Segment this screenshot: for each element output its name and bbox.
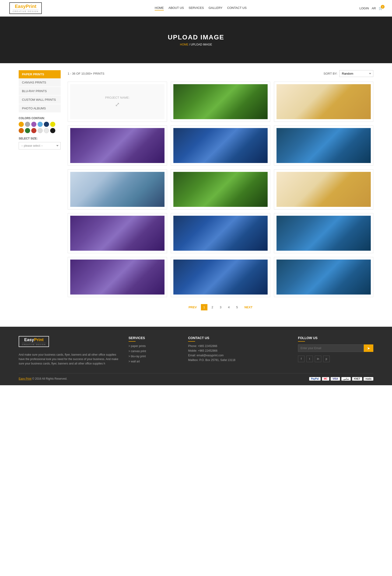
footer-phone: Phone: +965 22452866 xyxy=(188,345,289,348)
social-twitter[interactable]: t xyxy=(306,356,313,362)
sidebar-item-bluray-prints[interactable]: BLU-RAY PRINTS xyxy=(19,87,61,95)
page-2-button[interactable]: 2 xyxy=(209,304,216,310)
grid-item-7[interactable] xyxy=(171,169,270,209)
payment-paypal: PayPal xyxy=(309,377,321,381)
nav-about[interactable]: ABOUT US xyxy=(168,6,184,10)
grid-item-5[interactable] xyxy=(274,125,373,166)
color-black[interactable] xyxy=(50,128,55,133)
grid-item-13[interactable] xyxy=(171,257,270,297)
grid-item-14[interactable] xyxy=(274,257,373,297)
page-1-button[interactable]: 1 xyxy=(201,304,207,310)
footer-service-wall-link[interactable]: wall art xyxy=(131,360,140,363)
sidebar-item-paper-prints[interactable]: PAPER PRINTS xyxy=(19,70,61,78)
newsletter-input[interactable] xyxy=(298,345,364,352)
sidebar-item-photo-albums[interactable]: PHOTO ALBUMS xyxy=(19,104,61,113)
colors-section: COLORS CONTAIN: xyxy=(19,116,61,133)
color-dark-blue[interactable] xyxy=(44,122,49,127)
footer-service-canvas-link[interactable]: canvas print xyxy=(131,349,146,353)
footer-services-title: SERVICES xyxy=(129,336,179,342)
breadcrumb: HOME / UPLOAD IMAGE xyxy=(180,43,212,46)
grid-item-6[interactable] xyxy=(68,169,167,209)
cart-badge: 0 xyxy=(381,5,385,9)
content-area: 1 - 36 OF 10,000+ PRINTS SORT BY: Random… xyxy=(68,70,373,310)
footer-contact-title: CONTACT US xyxy=(188,336,289,342)
main-nav: HOME ABOUT US SERVICES GALLERY CONTACT U… xyxy=(155,6,247,10)
main-content: PAPER PRINTS CANVAS PRINTS BLU-RAY PRINT… xyxy=(0,63,392,317)
prints-count: 1 - 36 OF 10,000+ PRINTS xyxy=(68,72,104,75)
next-button[interactable]: NEXT xyxy=(242,304,255,310)
newsletter: ➤ xyxy=(298,345,373,352)
size-select[interactable]: -- please select -- Small Medium Large E… xyxy=(19,142,61,149)
print-image-van3 xyxy=(70,259,164,294)
footer-email: Email: email@easyprint.com xyxy=(188,354,289,357)
breadcrumb-sep: / xyxy=(189,43,190,46)
newsletter-submit[interactable]: ➤ xyxy=(364,345,373,352)
logo[interactable]: EasyPrint CREATIVE DESIGN xyxy=(9,2,42,14)
footer-follow-title: FOLLOW US xyxy=(298,336,373,342)
project-name-label: PROJECT NAME: xyxy=(105,96,129,99)
footer-service-bluray-link[interactable]: blu-ray print xyxy=(131,355,146,358)
color-very-light-gray[interactable] xyxy=(44,128,49,133)
nav-home[interactable]: HOME xyxy=(155,6,164,10)
grid-item-1[interactable] xyxy=(171,82,270,122)
grid-item-9[interactable] xyxy=(68,213,167,253)
payment-visa: VISA xyxy=(331,377,340,381)
print-image-cloud1 xyxy=(70,172,164,207)
header: EasyPrint CREATIVE DESIGN HOME ABOUT US … xyxy=(0,0,392,17)
social-instagram[interactable]: in xyxy=(315,356,321,362)
hero-section: UPLOAD IMAGE HOME / UPLOAD IMAGE xyxy=(0,17,392,63)
grid-item-8[interactable] xyxy=(274,169,373,209)
color-red[interactable] xyxy=(31,128,36,133)
payment-sami: سامي xyxy=(341,377,351,381)
header-right: LOGIN AR 🛒 0 xyxy=(359,6,383,10)
social-pinterest[interactable]: p xyxy=(323,356,330,362)
footer: EasyPrint CREATIVE DESIGN And make sure … xyxy=(0,327,392,385)
print-image-van2 xyxy=(70,216,164,251)
grid-item-4[interactable] xyxy=(171,125,270,166)
print-image-books2 xyxy=(276,216,371,251)
prints-grid: PROJECT NAME: ⤢ xyxy=(68,82,373,297)
nav-gallery[interactable]: GALLERY xyxy=(209,6,223,10)
nav-contact[interactable]: CONTACT US xyxy=(227,6,247,10)
color-light-blue[interactable] xyxy=(38,122,43,127)
breadcrumb-current: UPLOAD IMAGE xyxy=(191,43,212,46)
sort-label: SORT BY: xyxy=(324,72,338,75)
grid-item-2[interactable] xyxy=(274,82,373,122)
grid-item-3[interactable] xyxy=(68,125,167,166)
footer-copy-link[interactable]: Easy Print xyxy=(19,377,31,380)
ar-link[interactable]: AR xyxy=(372,6,376,10)
color-silver[interactable] xyxy=(38,128,43,133)
print-image-whale3 xyxy=(173,259,268,294)
color-gray[interactable] xyxy=(25,122,30,127)
upload-placeholder: PROJECT NAME: ⤢ xyxy=(70,84,164,119)
grid-item-11[interactable] xyxy=(274,213,373,253)
grid-item-12[interactable] xyxy=(68,257,167,297)
breadcrumb-home[interactable]: HOME xyxy=(180,43,188,46)
footer-services-list: paper prints canvas print blu-ray print … xyxy=(129,345,179,363)
grid-item-upload[interactable]: PROJECT NAME: ⤢ xyxy=(68,82,167,122)
prev-button[interactable]: PREV xyxy=(186,304,199,310)
footer-service-paper-link[interactable]: paper prints xyxy=(131,345,146,348)
color-yellow[interactable] xyxy=(50,122,55,127)
color-orange[interactable] xyxy=(19,122,24,127)
color-green[interactable] xyxy=(25,128,30,133)
page-5-button[interactable]: 5 xyxy=(234,304,240,310)
sidebar-item-canvas-prints[interactable]: CANVAS PRINTS xyxy=(19,78,61,86)
cart-icon[interactable]: 🛒 0 xyxy=(379,6,383,10)
social-facebook[interactable]: f xyxy=(298,356,304,362)
page-4-button[interactable]: 4 xyxy=(226,304,232,310)
grid-item-10[interactable] xyxy=(171,213,270,253)
sort-select[interactable]: Random Newest Price: Low to High Price: … xyxy=(339,70,373,77)
color-purple[interactable] xyxy=(31,122,36,127)
color-dark-orange[interactable] xyxy=(19,128,24,133)
expand-icon: ⤢ xyxy=(115,101,120,108)
page-3-button[interactable]: 3 xyxy=(217,304,224,310)
login-link[interactable]: LOGIN xyxy=(359,6,369,10)
nav-services[interactable]: SERVICES xyxy=(188,6,204,10)
print-image-whale2 xyxy=(173,216,268,251)
footer-logo-text: EasyPrint xyxy=(24,337,44,342)
content-header: 1 - 36 OF 10,000+ PRINTS SORT BY: Random… xyxy=(68,70,373,77)
logo-text: EasyPrint xyxy=(15,4,36,9)
sidebar-item-custom-wall-prints[interactable]: CUSTOM WALL PRINTS xyxy=(19,96,61,104)
footer-contact: CONTACT US Phone: +965 22452866 Mobile: … xyxy=(188,336,289,366)
